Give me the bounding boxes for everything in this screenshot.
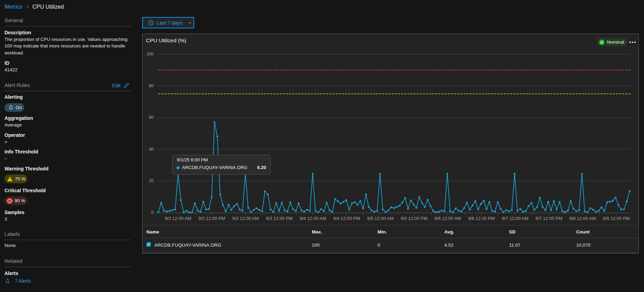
- svg-text:9/8 12:00 PM: 9/8 12:00 PM: [603, 216, 629, 221]
- svg-text:9/5 12:00 AM: 9/5 12:00 AM: [367, 216, 394, 221]
- svg-text:80: 80: [149, 83, 154, 88]
- svg-text:9/5 12:00 PM: 9/5 12:00 PM: [401, 216, 427, 221]
- svg-text:9/6 12:00 AM: 9/6 12:00 AM: [435, 216, 461, 221]
- svg-text:9/6 12:00 PM: 9/6 12:00 PM: [468, 216, 495, 221]
- svg-text:60: 60: [149, 115, 154, 120]
- svg-text:40: 40: [149, 147, 154, 152]
- svg-text:20: 20: [149, 178, 154, 183]
- svg-text:9/3 12:00 PM: 9/3 12:00 PM: [266, 216, 292, 221]
- svg-text:9/2 12:00 AM: 9/2 12:00 AM: [165, 216, 191, 221]
- svg-text:100: 100: [146, 52, 154, 56]
- svg-text:9/7 12:00 PM: 9/7 12:00 PM: [535, 216, 562, 221]
- svg-text:9/7 12:00 AM: 9/7 12:00 AM: [502, 216, 528, 221]
- svg-text:9/2 12:00 PM: 9/2 12:00 PM: [198, 216, 225, 221]
- svg-text:0: 0: [151, 210, 154, 215]
- svg-text:9/3 12:00 AM: 9/3 12:00 AM: [232, 216, 259, 221]
- svg-text:9/4 12:00 AM: 9/4 12:00 AM: [300, 216, 326, 221]
- svg-text:9/8 12:00 AM: 9/8 12:00 AM: [569, 216, 596, 221]
- svg-text:9/4 12:00 PM: 9/4 12:00 PM: [333, 216, 360, 221]
